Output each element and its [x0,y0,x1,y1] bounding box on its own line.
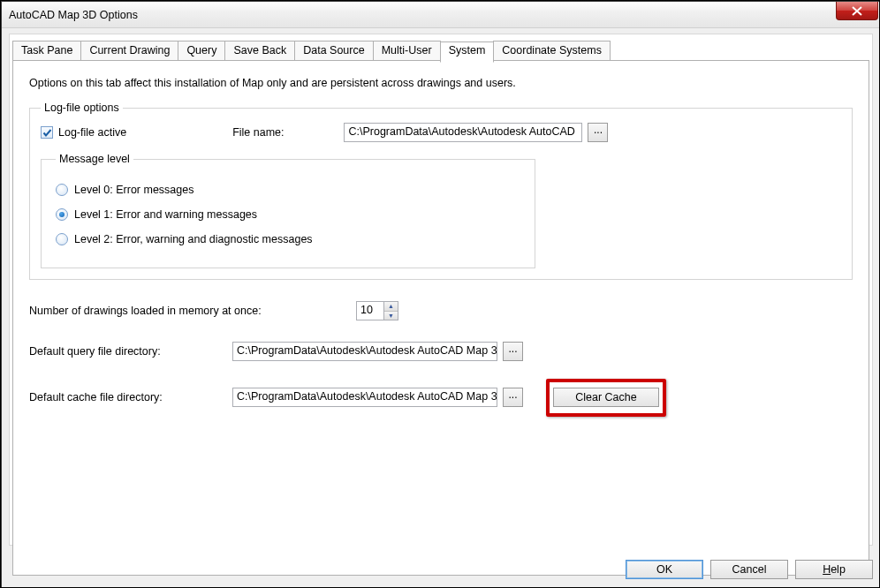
check-icon [42,128,52,138]
tab-save-back[interactable]: Save Back [224,41,295,60]
filename-input[interactable]: C:\ProgramData\Autodesk\Autodesk AutoCAD [344,123,582,142]
radio-level2[interactable] [56,233,68,245]
tab-query[interactable]: Query [178,41,225,60]
tab-multi-user[interactable]: Multi-User [373,41,441,60]
cache-dir-browse-button[interactable]: ... [503,388,523,407]
radio-level0-label: Level 0: Error messages [74,184,193,196]
window-title: AutoCAD Map 3D Options [2,9,138,21]
radio-level1-label: Level 1: Error and warning messages [74,208,257,221]
logfile-legend: Log-file options [41,102,123,114]
drawings-loaded-input[interactable]: 10 [356,301,384,320]
filename-label: File name: [232,126,284,139]
radio-level1[interactable] [56,208,68,221]
radio-level0[interactable] [56,184,68,196]
drawings-loaded-spinbuttons[interactable]: ▲ ▼ [384,301,398,320]
ellipsis-icon: ... [508,388,517,401]
query-dir-input[interactable]: C:\ProgramData\Autodesk\Autodesk AutoCAD… [232,342,497,361]
window-frame: AutoCAD Map 3D Options Task Pane Current… [1,1,880,588]
message-level-group: Message level Level 0: Error messages Le… [41,153,535,268]
clear-cache-button[interactable]: Clear Cache [553,388,659,407]
ellipsis-icon: ... [594,124,603,136]
message-level-legend: Message level [56,153,133,165]
clear-cache-highlight: Clear Cache [553,388,659,407]
help-button[interactable]: Help [795,560,873,579]
close-button[interactable] [836,2,878,20]
tab-current-drawing[interactable]: Current Drawing [80,41,178,60]
filename-browse-button[interactable]: ... [588,123,608,142]
titlebar: AutoCAD Map 3D Options [2,2,880,28]
tab-panel-system: Options on this tab affect this installa… [12,60,869,576]
chevron-down-icon[interactable]: ▼ [384,312,398,320]
radio-level2-label: Level 2: Error, warning and diagnostic m… [74,233,313,245]
logfile-active-checkbox[interactable] [41,126,53,139]
cancel-button[interactable]: Cancel [710,560,788,579]
chevron-up-icon[interactable]: ▲ [384,302,398,312]
drawings-loaded-label: Number of drawings loaded in memory at o… [29,305,356,317]
query-dir-label: Default query file directory: [29,345,232,358]
dialog-footer: OK Cancel Help [9,560,873,579]
logfile-options-group: Log-file options Log-file active File na… [29,102,853,280]
close-icon [852,6,862,16]
tab-coordinate-systems[interactable]: Coordinate Systems [493,41,611,60]
cache-dir-label: Default cache file directory: [29,391,232,403]
tab-data-source[interactable]: Data Source [294,41,373,60]
query-dir-browse-button[interactable]: ... [503,342,523,361]
tab-system[interactable]: System [440,41,495,63]
ellipsis-icon: ... [508,343,517,355]
cache-dir-input[interactable]: C:\ProgramData\Autodesk\Autodesk AutoCAD… [232,388,497,407]
tab-description: Options on this tab affect this installa… [13,61,869,89]
logfile-active-label: Log-file active [58,126,126,139]
tab-strip: Task Pane Current Drawing Query Save Bac… [12,41,610,60]
tab-task-pane[interactable]: Task Pane [12,41,81,60]
drawings-loaded-stepper[interactable]: 10 ▲ ▼ [356,301,398,320]
ok-button[interactable]: OK [626,560,703,579]
